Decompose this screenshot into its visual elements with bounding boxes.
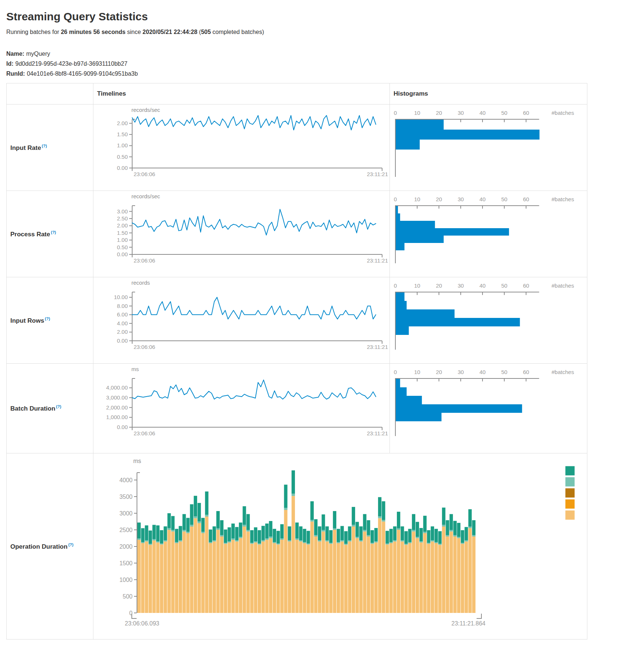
summary-paren: (: [198, 29, 201, 35]
svg-text:0.00: 0.00: [117, 251, 128, 257]
help-icon-operation-duration[interactable]: (?): [68, 542, 73, 547]
input-rows-histogram-chart: 0102030405060#batches: [390, 277, 587, 363]
page-title: Streaming Query Statistics: [6, 10, 619, 23]
svg-text:0: 0: [394, 282, 397, 289]
svg-text:1.00: 1.00: [117, 142, 128, 148]
input-rate-histogram-chart: 0102030405060#batches: [390, 104, 587, 191]
svg-text:500: 500: [123, 593, 133, 600]
input-rate-timeline-chart: records/sec2.001.501.000.500.0023:06:062…: [93, 104, 389, 191]
query-id-value: 9d0dd219-995d-423e-b97d-36931110bb27: [16, 61, 128, 67]
svg-text:20: 20: [436, 282, 442, 289]
svg-text:6.00: 6.00: [117, 311, 128, 318]
svg-text:0.00: 0.00: [117, 165, 128, 171]
svg-text:4,000.00: 4,000.00: [106, 384, 128, 391]
svg-text:20: 20: [436, 369, 442, 375]
svg-text:2.00: 2.00: [117, 120, 128, 126]
batch-duration-histogram-chart: 0102030405060#batches: [390, 364, 587, 450]
svg-text:3,000.00: 3,000.00: [106, 394, 128, 401]
row-label-process-rate: Process Rate(?): [7, 191, 93, 277]
svg-text:20: 20: [436, 196, 442, 202]
query-name-value: myQuery: [26, 51, 50, 57]
svg-text:23:11:21: 23:11:21: [367, 344, 388, 350]
process-rate-timeline-chart: records/sec3.002.502.001.501.000.500.002…: [93, 191, 389, 277]
operation-duration-stacked-chart: ms4000350030002500200015001000500023:06:…: [93, 453, 587, 639]
svg-text:2.00: 2.00: [117, 329, 128, 335]
summary-suffix: completed batches): [211, 29, 264, 35]
svg-text:60: 60: [523, 369, 529, 375]
svg-text:1.50: 1.50: [117, 131, 128, 137]
help-icon-input-rows[interactable]: (?): [45, 316, 50, 321]
svg-text:2.00: 2.00: [117, 222, 128, 229]
row-label-input-rows: Input Rows(?): [7, 277, 93, 364]
svg-text:50: 50: [501, 110, 508, 116]
svg-text:30: 30: [458, 369, 464, 375]
help-icon-input-rate[interactable]: (?): [42, 144, 47, 148]
help-icon-batch-duration[interactable]: (?): [56, 404, 61, 409]
svg-text:30: 30: [458, 196, 464, 202]
help-icon-process-rate[interactable]: (?): [51, 230, 56, 234]
svg-text:2500: 2500: [119, 527, 133, 533]
summary-prefix: Running batches for: [6, 29, 61, 35]
svg-text:23:06:06: 23:06:06: [134, 344, 155, 350]
query-runid-value: 04e101e6-8bf8-4165-9099-9104c951ba3b: [27, 71, 138, 77]
batch-duration-row: Batch Duration(?) ms4,000.003,000.002,00…: [7, 364, 587, 453]
query-name-line: Name:myQuery: [6, 49, 619, 59]
svg-text:23:11:21: 23:11:21: [367, 257, 388, 264]
svg-text:40: 40: [480, 282, 486, 289]
row-label-operation-duration: Operation Duration(?): [7, 453, 93, 640]
input-rows-row: Input Rows(?) records10.008.006.004.002.…: [7, 277, 587, 364]
query-name-label: Name:: [6, 51, 24, 57]
svg-text:23:06:06: 23:06:06: [134, 171, 155, 177]
svg-text:#batches: #batches: [552, 282, 574, 289]
svg-text:3.00: 3.00: [117, 208, 128, 215]
completed-batch-count: 505: [201, 29, 211, 35]
svg-text:0: 0: [394, 110, 397, 116]
svg-text:3500: 3500: [119, 494, 133, 500]
batch-duration-timeline-chart: ms4,000.003,000.002,000.001,000.000.0023…: [93, 364, 389, 450]
svg-text:60: 60: [523, 196, 529, 202]
column-header-timelines: Timelines: [93, 83, 390, 104]
query-info: Name:myQuery Id:9d0dd219-995d-423e-b97d-…: [6, 49, 619, 79]
svg-text:records/sec: records/sec: [131, 193, 160, 199]
query-id-label: Id:: [6, 61, 14, 67]
svg-text:8.00: 8.00: [117, 303, 128, 309]
svg-text:23:06:06.093: 23:06:06.093: [125, 620, 159, 627]
svg-text:ms: ms: [131, 366, 139, 372]
input-rows-timeline-chart: records10.008.006.004.002.000.0023:06:06…: [93, 277, 389, 363]
summary-mid: since: [126, 29, 142, 35]
svg-text:4.00: 4.00: [117, 320, 128, 326]
svg-text:records/sec: records/sec: [131, 107, 160, 113]
query-runid-line: RunId:04e101e6-8bf8-4165-9099-9104c951ba…: [6, 69, 619, 79]
svg-text:0.50: 0.50: [117, 154, 128, 160]
stats-table-header-row: Timelines Histograms: [7, 83, 587, 104]
stats-table: Timelines Histograms Input Rate(?) recor…: [6, 83, 587, 640]
streaming-query-statistics-page: Streaming Query Statistics Running batch…: [0, 0, 625, 640]
svg-text:50: 50: [501, 369, 508, 375]
svg-text:#batches: #batches: [552, 110, 574, 116]
svg-text:0: 0: [394, 196, 397, 202]
svg-text:23:11:21.864: 23:11:21.864: [451, 620, 485, 627]
svg-text:23:11:21: 23:11:21: [367, 171, 388, 177]
svg-text:60: 60: [523, 110, 529, 116]
svg-text:50: 50: [501, 196, 508, 202]
svg-text:1.50: 1.50: [117, 230, 128, 236]
query-runid-label: RunId:: [6, 71, 25, 77]
operation-duration-row: Operation Duration(?) ms4000350030002500…: [7, 453, 587, 640]
svg-text:23:06:06: 23:06:06: [134, 257, 155, 264]
column-header-histograms: Histograms: [390, 83, 587, 104]
svg-text:10: 10: [414, 110, 420, 116]
svg-text:3000: 3000: [119, 510, 133, 517]
row-label-input-rate: Input Rate(?): [7, 104, 93, 191]
svg-text:10: 10: [414, 282, 420, 289]
svg-text:10: 10: [414, 196, 420, 202]
process-rate-row: Process Rate(?) records/sec3.002.502.001…: [7, 191, 587, 277]
input-rate-row: Input Rate(?) records/sec2.001.501.000.5…: [7, 104, 587, 191]
svg-text:#batches: #batches: [552, 369, 574, 375]
svg-text:1000: 1000: [119, 577, 133, 583]
svg-text:1500: 1500: [119, 560, 133, 566]
process-rate-histogram-chart: 0102030405060#batches: [390, 191, 587, 277]
svg-text:30: 30: [458, 282, 464, 289]
summary-line: Running batches for 26 minutes 56 second…: [6, 29, 619, 35]
running-duration: 26 minutes 56 seconds: [61, 29, 126, 35]
row-label-batch-duration: Batch Duration(?): [7, 364, 93, 453]
